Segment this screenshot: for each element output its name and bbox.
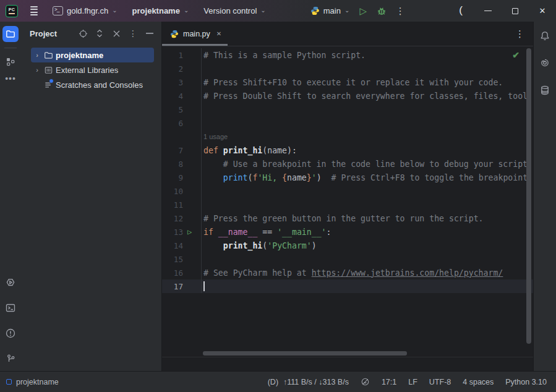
indent-widget[interactable]: 4 spaces [463,378,494,386]
code-token: 'Hi, [257,173,282,182]
caret-position-widget[interactable]: 17:1 [382,378,396,386]
code-line[interactable]: 14 print_hi('PyCharm') [162,239,533,252]
remote-host-label: gold.fhgr.ch [67,6,108,15]
hide-panel-icon[interactable] [144,28,155,39]
debugger-indicator[interactable]: (D) [268,378,278,386]
line-number[interactable]: 9 [162,173,183,182]
code-line[interactable]: 9 print(f'Hi, {name}') # Press Ctrl+F8 t… [162,171,533,184]
close-button[interactable]: ✕ [529,0,556,22]
code-token [203,173,223,182]
project-tool-button[interactable] [2,26,19,42]
encoding-widget[interactable]: UTF-8 [429,378,451,386]
inspection-ok-icon[interactable]: ✔ [512,50,520,60]
run-configuration-widget[interactable]: main ⌄ [307,4,354,18]
code-line[interactable]: 1# This is a sample Python script. [162,48,533,62]
line-number[interactable]: 16 [162,268,183,278]
code-line[interactable]: 16# See PyCharm help at https://www.jetb… [162,266,533,279]
line-number[interactable]: 15 [162,255,183,264]
line-number[interactable]: 4 [162,92,183,101]
statusbar-project-label: projektname [16,378,59,386]
code-line[interactable]: 12# Press the green button in the gutter… [162,211,533,225]
line-number[interactable]: 1 [162,51,183,60]
code-line[interactable]: 15 [162,252,533,266]
code-line[interactable]: 17 [162,279,533,293]
code-line[interactable]: 11 [162,198,533,211]
tab-options-icon[interactable]: ⋮ [515,28,524,40]
tab-main-py[interactable]: main.py ✕ [162,22,228,46]
database-tool-button[interactable] [537,82,553,98]
pycharm-logo-text: PC [9,7,15,12]
terminal-tool-button[interactable] [2,300,19,316]
editor-bottom-divider [162,357,533,357]
code-token: : [327,228,331,237]
services-tool-button[interactable] [2,275,19,291]
vertical-scrollbar[interactable] [526,48,531,344]
line-number[interactable]: 14 [162,241,183,250]
problems-icon [5,328,16,339]
more-actions-button[interactable]: ⋮ [391,3,409,19]
collapse-all-icon[interactable] [111,28,122,39]
line-number[interactable]: 12 [162,214,183,223]
git-branch-icon [6,354,16,364]
run-button[interactable]: ▷ [354,3,372,19]
code-editor[interactable]: 1# This is a sample Python script.23# Pr… [162,46,533,371]
interpreter-widget[interactable]: Python 3.10 [505,378,547,386]
line-number[interactable]: 10 [162,187,183,196]
problems-tool-button[interactable] [2,325,19,341]
line-number[interactable]: 7 [162,146,183,155]
highlighting-level-icon[interactable] [361,377,370,386]
line-number[interactable]: 17 [162,282,183,291]
usage-inlay-hint[interactable]: 1 usage [203,133,228,140]
tree-chevron-icon[interactable]: › [32,51,42,59]
line-number[interactable]: 3 [162,78,183,87]
horizontal-scrollbar[interactable] [203,351,407,356]
tree-chevron-icon[interactable]: › [32,66,42,74]
code-line[interactable]: 13▷if __name__ == '__main__': [162,225,533,239]
line-number[interactable]: 5 [162,105,183,114]
main-menu-icon[interactable] [29,4,39,18]
crescent-button[interactable]: ( [447,0,474,22]
maximize-button[interactable] [502,0,529,22]
more-tool-windows-button[interactable]: ••• [5,74,16,83]
vcs-widget[interactable]: Version control ⌄ [199,4,270,18]
line-number[interactable]: 8 [162,160,183,169]
debug-button[interactable] [373,3,390,19]
notifications-tool-button[interactable] [537,28,553,44]
code-line[interactable]: 5 [162,103,533,116]
code-line[interactable]: 8 # Use a breakpoint in the code line be… [162,157,533,171]
tab-close-icon[interactable]: ✕ [216,30,221,37]
line-number[interactable]: 6 [162,119,183,128]
code-token: ( [247,173,252,182]
git-tool-button[interactable] [2,351,19,367]
code-line[interactable]: 3# Press Shift+F10 to execute it or repl… [162,75,533,89]
tree-item-scratches[interactable]: Scratches and Consoles [31,77,154,92]
code-line[interactable]: 7def print_hi(name): [162,143,533,157]
code-line[interactable]: 6 [162,116,533,130]
line-number[interactable]: 13 [162,228,183,237]
code-line[interactable]: 2 [162,62,533,75]
minimize-button[interactable] [474,0,502,22]
network-speed-widget[interactable]: ↑111 B/s / ↓313 B/s [283,378,349,386]
structure-tool-button[interactable] [2,54,19,70]
code-line[interactable]: 10 [162,184,533,198]
run-line-icon[interactable]: ▷ [183,228,201,236]
line-number[interactable]: 11 [162,200,183,210]
project-widget[interactable]: projektname ⌄ [127,4,194,18]
remote-host-widget[interactable]: gold.fhgr.ch ⌄ [48,4,122,18]
expand-selection-icon[interactable] [94,28,105,39]
tree-item-projektname[interactable]: › projektname [31,48,154,62]
tree-item-external-libraries[interactable]: › External Libraries [31,62,154,77]
code-token: __name__ [218,228,258,237]
chevron-down-icon: ⌄ [344,7,349,14]
hyperlink-text[interactable]: https://www.jetbrains.com/help/pycharm/ [312,268,503,278]
statusbar-project-widget[interactable]: projektname [6,378,59,386]
code-line[interactable]: 4# Press Double Shift to search everywhe… [162,89,533,103]
inlay-hint-row[interactable]: 1 usage [162,130,533,143]
locate-file-icon[interactable] [77,28,88,39]
line-number[interactable]: 2 [162,64,183,74]
line-ending-widget[interactable]: LF [408,378,417,386]
panel-options-icon[interactable]: ⋮ [127,28,139,39]
ai-assistant-tool-button[interactable] [537,55,553,71]
code-text: print_hi('PyCharm') [201,239,533,252]
tree-item-label: projektname [56,51,103,60]
